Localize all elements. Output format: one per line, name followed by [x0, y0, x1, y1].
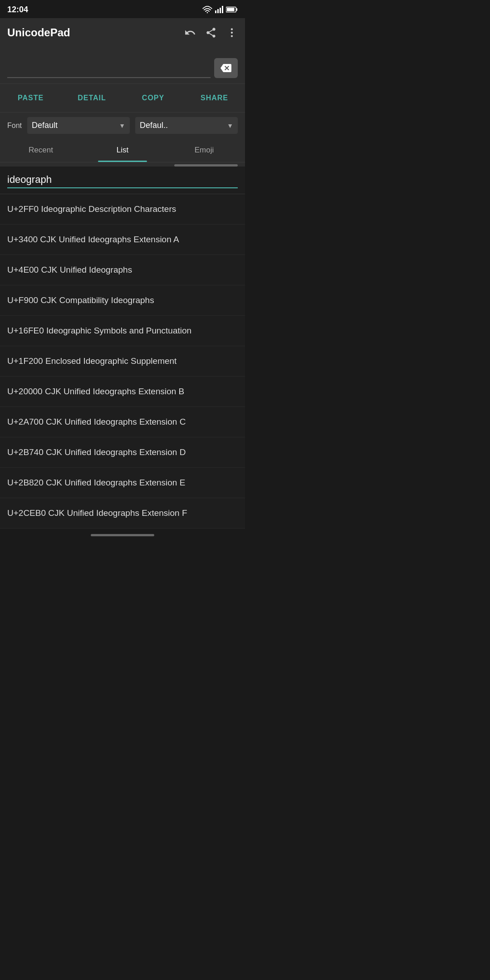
svg-rect-2 — [217, 9, 219, 13]
backspace-button[interactable] — [214, 58, 238, 78]
copy-button[interactable]: COPY — [122, 88, 184, 108]
share-button[interactable] — [205, 27, 217, 39]
font-select-1-value: Default — [32, 121, 58, 130]
font-dropdown-1-arrow: ▼ — [119, 122, 125, 129]
scroll-bar — [174, 164, 238, 167]
font-label: Font — [7, 122, 22, 130]
svg-rect-7 — [227, 8, 235, 11]
list-item[interactable]: U+3400 CJK Unified Ideographs Extension … — [0, 225, 245, 255]
svg-rect-3 — [220, 8, 221, 13]
tab-recent[interactable]: Recent — [0, 138, 82, 162]
wifi-icon — [202, 6, 212, 13]
home-bar — [91, 534, 154, 536]
font-select-2-value: Defaul.. — [140, 121, 168, 130]
tab-emoji[interactable]: Emoji — [163, 138, 245, 162]
svg-point-9 — [231, 32, 233, 34]
list-item[interactable]: U+16FE0 Ideographic Symbols and Punctuat… — [0, 316, 245, 346]
list-item[interactable]: U+2A700 CJK Unified Ideographs Extension… — [0, 407, 245, 437]
tab-list[interactable]: List — [82, 138, 163, 162]
undo-button[interactable] — [184, 27, 196, 39]
svg-point-0 — [207, 12, 208, 13]
font-dropdown-2-arrow: ▼ — [227, 122, 233, 129]
list-item[interactable]: U+2B820 CJK Unified Ideographs Extension… — [0, 468, 245, 498]
svg-point-10 — [231, 35, 233, 37]
input-area — [0, 47, 245, 83]
share-action-button[interactable]: SHARE — [184, 88, 245, 108]
svg-rect-4 — [222, 6, 223, 13]
main-text-input[interactable] — [7, 60, 211, 78]
font-select-2[interactable]: Defaul.. ▼ — [135, 117, 238, 134]
list-item[interactable]: U+1F200 Enclosed Ideographic Supplement — [0, 346, 245, 377]
battery-icon — [226, 6, 238, 13]
svg-rect-6 — [236, 8, 237, 11]
svg-rect-1 — [215, 10, 216, 13]
status-bar: 12:04 — [0, 0, 245, 18]
font-select-1[interactable]: Default ▼ — [27, 117, 130, 134]
list-item[interactable]: U+2B740 CJK Unified Ideographs Extension… — [0, 437, 245, 468]
scroll-indicator — [0, 162, 245, 167]
list-item[interactable]: U+20000 CJK Unified Ideographs Extension… — [0, 377, 245, 407]
signal-icon — [215, 6, 223, 13]
list-item[interactable]: U+F900 CJK Compatibility Ideographs — [0, 285, 245, 316]
search-input[interactable] — [7, 172, 238, 188]
list-item[interactable]: U+2FF0 Ideographic Description Character… — [0, 194, 245, 225]
status-time: 12:04 — [7, 5, 28, 15]
list-container: U+2FF0 Ideographic Description Character… — [0, 194, 245, 529]
nav-tabs: Recent List Emoji — [0, 138, 245, 162]
paste-button[interactable]: PASTE — [0, 88, 61, 108]
search-area — [0, 167, 245, 194]
action-buttons-row: PASTE DETAIL COPY SHARE — [0, 83, 245, 112]
app-bar: UnicodePad — [0, 18, 245, 47]
app-bar-actions — [184, 27, 238, 39]
font-row: Font Default ▼ Defaul.. ▼ — [0, 112, 245, 138]
home-indicator — [0, 529, 245, 542]
svg-point-8 — [231, 28, 233, 30]
status-icons — [202, 6, 238, 13]
list-item[interactable]: U+2CEB0 CJK Unified Ideographs Extension… — [0, 498, 245, 529]
list-item[interactable]: U+4E00 CJK Unified Ideographs — [0, 255, 245, 285]
more-button[interactable] — [226, 27, 238, 39]
detail-button[interactable]: DETAIL — [61, 88, 122, 108]
app-title: UnicodePad — [7, 26, 184, 39]
